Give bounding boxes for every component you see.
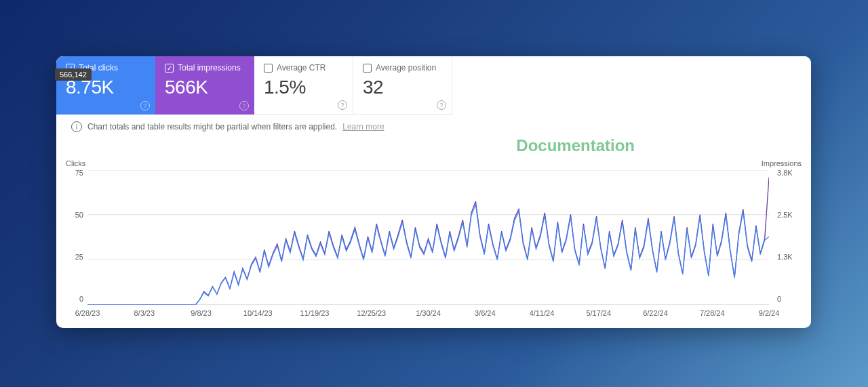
x-tick: 1/30/24	[416, 309, 441, 317]
metric-total-impressions[interactable]: Total impressions 566K ?	[155, 56, 254, 115]
metric-value: 32	[363, 77, 443, 98]
y-left-tick: 25	[70, 253, 83, 261]
x-tick: 6/28/23	[75, 309, 100, 317]
y-right-tick: 3.8K	[777, 169, 797, 177]
info-icon: i	[71, 121, 82, 132]
info-text: Chart totals and table results might be …	[87, 122, 337, 131]
plot-surface[interactable]	[87, 170, 769, 305]
y-right-tick: 2.5K	[777, 211, 797, 219]
help-icon[interactable]: ?	[437, 100, 446, 110]
metric-average-ctr[interactable]: Average CTR 1.5% ?	[254, 56, 353, 115]
checkbox-icon	[165, 64, 174, 73]
metric-label: Average CTR	[277, 63, 326, 73]
x-tick: 10/14/23	[243, 309, 273, 317]
y-axis-right-label: Impressions	[762, 159, 802, 167]
x-tick: 4/11/24	[530, 309, 555, 317]
y-right-tick: 0	[777, 295, 797, 303]
metric-label: Total impressions	[178, 63, 241, 73]
x-tick: 8/3/23	[134, 309, 155, 317]
y-axis-left-label: Clicks	[66, 159, 85, 167]
learn-more-link[interactable]: Learn more	[342, 122, 384, 131]
x-tick: 9/2/24	[759, 309, 780, 317]
watermark-label: Documentation	[516, 136, 635, 155]
y-left-tick: 75	[70, 169, 83, 177]
x-tick: 12/25/23	[357, 309, 386, 317]
info-bar: i Chart totals and table results might b…	[56, 115, 811, 132]
metric-value: 1.5%	[264, 77, 344, 98]
metric-label: Average position	[376, 63, 436, 73]
analytics-card: 566,142 Total clicks 8.75K ? Total impre…	[56, 56, 811, 328]
x-tick: 9/8/23	[191, 309, 212, 317]
x-tick: 3/6/24	[475, 309, 496, 317]
clicks-line	[87, 204, 769, 305]
chart-svg	[87, 170, 769, 305]
chart-area: Clicks Impressions 75 50 25 0 3.8K 2.5K …	[66, 159, 802, 317]
checkbox-icon	[363, 64, 372, 73]
y-left-tick: 0	[70, 295, 83, 303]
y-right-tick: 1.3K	[777, 253, 797, 261]
metrics-row: Total clicks 8.75K ? Total impressions 5…	[56, 56, 811, 115]
metric-value: 566K	[165, 77, 246, 98]
checkbox-icon	[264, 64, 273, 73]
help-icon[interactable]: ?	[140, 101, 150, 110]
y-left-tick: 50	[70, 211, 83, 219]
x-tick: 7/28/24	[700, 309, 725, 317]
help-icon[interactable]: ?	[338, 100, 347, 110]
help-icon[interactable]: ?	[239, 101, 249, 110]
x-tick: 6/22/24	[643, 309, 668, 317]
metric-average-position[interactable]: Average position 32 ?	[353, 56, 452, 115]
hover-tooltip: 566,142	[55, 68, 92, 81]
x-tick: 5/17/24	[586, 309, 611, 317]
x-tick: 11/19/23	[300, 309, 330, 317]
metric-total-clicks[interactable]: Total clicks 8.75K ?	[56, 56, 155, 115]
